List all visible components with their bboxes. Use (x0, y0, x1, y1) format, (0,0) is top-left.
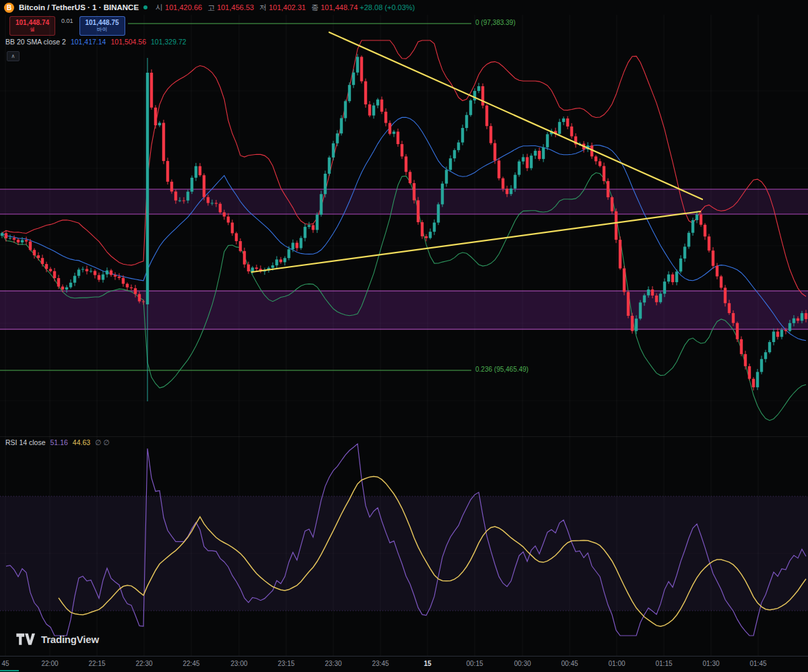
time-tick-label: 23:45 (372, 660, 389, 667)
symbol-title[interactable]: Bitcoin / TetherUS · 1 · BINANCE (19, 3, 139, 11)
candlestick-series (1, 54, 807, 401)
spread-value: 0.01 (61, 16, 73, 24)
rsi-indicator-legend[interactable]: RSI 14 close 51.16 44.63 ∅ ∅ (5, 438, 109, 446)
buy-label: 바이 (97, 27, 107, 33)
time-tick-label: 01:45 (749, 660, 766, 667)
market-status-icon (143, 5, 147, 9)
fib-level-label[interactable]: 0 (97,383.39) (475, 19, 516, 26)
session-indicator (0, 670, 19, 671)
bitcoin-logo-icon[interactable]: B (4, 3, 14, 13)
time-tick-label: 22:00 (41, 660, 58, 667)
buy-button[interactable]: 101,448.75 바이 (79, 16, 125, 36)
rsi-title: RSI 14 close (5, 438, 46, 446)
bb-indicator-legend[interactable]: BB 20 SMA close 2 101,417.14 101,504.56 … (5, 38, 187, 46)
chart-header: B Bitcoin / TetherUS · 1 · BINANCE 시 101… (0, 0, 808, 15)
bollinger-bands (2, 40, 806, 421)
rsi-ma-value: 44.63 (73, 438, 90, 446)
chevron-up-icon: ∧ (11, 53, 15, 59)
time-tick-label: 01:00 (608, 660, 625, 667)
rsi-value: 51.16 (50, 438, 68, 446)
sell-button[interactable]: 101,448.74 셀 (9, 16, 55, 36)
close-label: 종 (311, 3, 318, 13)
low-label: 저 (259, 3, 267, 13)
time-tick-label: 00:30 (514, 660, 531, 667)
change-value: +28.08 (+0.03%) (360, 3, 415, 11)
time-tick-label: 22:45 (182, 660, 199, 667)
close-value: 101,448.74 (321, 3, 358, 11)
fib-level-label[interactable]: 0.236 (95,465.49) (475, 366, 529, 373)
tradingview-logo-icon (15, 632, 36, 646)
rsi-inputs-value: ∅ ∅ (95, 438, 109, 446)
trade-panel: 101,448.74 셀 0.01 101,448.75 바이 (9, 16, 125, 36)
bb-upper-value: 101,504.56 (110, 38, 146, 46)
bb-lower-value: 101,329.72 (151, 38, 187, 46)
trendlines[interactable] (252, 32, 702, 272)
tradingview-watermark[interactable]: TradingView (15, 632, 99, 646)
bb-title: BB 20 SMA close 2 (5, 38, 66, 46)
time-axis[interactable]: 4522:0022:1522:3022:4523:0023:1523:3023:… (0, 656, 808, 672)
watermark-text: TradingView (41, 634, 99, 645)
low-value: 101,402.31 (269, 3, 306, 11)
time-tick-label: 23:00 (230, 660, 247, 667)
time-tick-label: 00:45 (561, 660, 578, 667)
price-zones[interactable] (0, 189, 808, 329)
time-tick-label: 22:15 (88, 660, 105, 667)
open-value: 101,420.66 (165, 3, 202, 11)
high-value: 101,456.53 (217, 3, 254, 11)
chart-canvas[interactable] (0, 0, 808, 672)
high-label: 고 (207, 3, 215, 13)
time-tick-label: 15 (424, 660, 431, 667)
open-label: 시 (156, 3, 163, 13)
bb-basis-value: 101,417.14 (71, 38, 106, 46)
tradingview-chart-window: B Bitcoin / TetherUS · 1 · BINANCE 시 101… (0, 0, 808, 672)
sell-label: 셀 (30, 27, 35, 33)
time-tick-label: 23:30 (325, 660, 341, 667)
time-tick-label: 01:30 (702, 660, 719, 667)
time-tick-label: 22:30 (135, 660, 152, 667)
time-tick-label: 45 (1, 660, 9, 667)
time-tick-label: 23:15 (277, 660, 294, 667)
time-tick-label: 00:15 (466, 660, 483, 667)
time-tick-label: 01:15 (655, 660, 672, 667)
ohlc-values: 시 101,420.66 고 101,456.53 저 101,402.31 종… (152, 3, 415, 13)
collapse-pane-button[interactable]: ∧ (7, 51, 20, 61)
